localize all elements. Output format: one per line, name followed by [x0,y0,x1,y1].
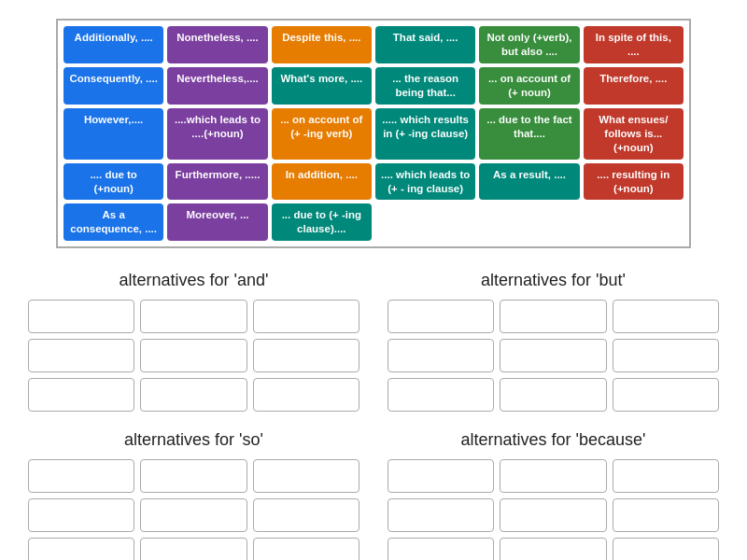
drop-cell[interactable] [140,459,247,493]
word-chip[interactable]: ... the reason being that... [375,67,475,105]
drop-cell[interactable] [388,300,494,333]
word-chip[interactable]: Additionally, .... [63,26,163,63]
drop-cell[interactable] [613,459,719,493]
section: alternatives for 'because' [388,430,719,560]
drop-cell[interactable] [500,339,606,372]
drop-cell[interactable] [500,498,606,532]
drop-cell[interactable] [500,538,606,560]
word-chip[interactable]: Despite this, .... [272,26,372,63]
drop-cell[interactable] [388,459,494,493]
drop-cell[interactable] [613,538,719,560]
drop-cell[interactable] [388,378,494,412]
drop-grid [388,459,719,560]
drop-cell[interactable] [28,300,134,333]
drop-cell[interactable] [388,538,494,560]
drop-cell[interactable] [388,498,494,532]
drop-cell[interactable] [500,300,606,333]
section-title: alternatives for 'so' [28,430,359,450]
section-title: alternatives for 'because' [388,430,719,450]
word-chip[interactable]: What ensues/ follows is... (+noun) [584,108,684,160]
drop-cell[interactable] [388,339,494,372]
word-chip[interactable]: ....which leads to ....(+noun) [167,108,267,160]
word-chip[interactable]: However,.... [63,108,163,160]
word-chip[interactable]: Nonetheless, .... [167,26,267,63]
drop-grid [28,300,359,412]
word-chip[interactable]: Nevertheless,.... [167,67,267,105]
word-chip[interactable]: Moreover, ... [167,203,267,241]
drop-cell[interactable] [140,538,247,560]
word-chip[interactable]: ... on account of (+ noun) [479,67,579,105]
word-chip[interactable]: In addition, .... [272,163,372,201]
word-chip[interactable]: What's more, .... [272,67,372,105]
word-chip[interactable]: ... on account of (+ -ing verb) [272,108,372,160]
drop-cell[interactable] [613,339,719,372]
section: alternatives for 'so' [28,430,359,560]
drop-cell[interactable] [28,339,134,372]
section-title: alternatives for 'but' [388,271,719,290]
drop-cell[interactable] [613,498,719,532]
word-chip[interactable]: As a consequence, .... [63,203,163,241]
word-chip[interactable]: Consequently, .... [63,67,163,105]
section-title: alternatives for 'and' [28,271,359,290]
drop-cell[interactable] [500,459,606,493]
drop-cell[interactable] [253,498,359,532]
sections-container: alternatives for 'and'alternatives for '… [28,271,719,560]
drop-cell[interactable] [140,300,247,333]
word-chip[interactable]: ... due to the fact that.... [479,108,579,160]
section: alternatives for 'but' [388,271,719,412]
word-bank: Additionally, ....Nonetheless, ....Despi… [56,19,691,248]
word-chip[interactable]: .... which leads to (+ - ing clause) [375,163,475,201]
drop-cell[interactable] [28,378,134,412]
drop-cell[interactable] [140,498,247,532]
drop-cell[interactable] [253,300,359,333]
drop-cell[interactable] [253,538,359,560]
section: alternatives for 'and' [28,271,359,412]
drop-cell[interactable] [28,498,134,532]
drop-grid [28,459,359,560]
word-chip[interactable]: .... due to (+noun) [63,163,163,201]
drop-cell[interactable] [500,378,606,412]
drop-cell[interactable] [140,339,247,372]
word-chip[interactable]: .... resulting in (+noun) [584,163,684,201]
word-chip[interactable]: ..... which results in (+ -ing clause) [375,108,475,160]
drop-cell[interactable] [253,459,359,493]
word-chip[interactable]: Therefore, .... [584,67,684,105]
word-chip[interactable]: Furthermore, ..... [167,163,267,201]
drop-cell[interactable] [613,378,719,412]
word-chip[interactable]: As a result, .... [479,163,579,201]
drop-grid [388,300,719,412]
drop-cell[interactable] [253,378,359,412]
drop-cell[interactable] [253,339,359,372]
drop-cell[interactable] [28,538,134,560]
drop-cell[interactable] [140,378,247,412]
word-chip[interactable]: ... due to (+ -ing clause).... [272,203,372,241]
drop-cell[interactable] [613,300,719,333]
word-chip[interactable]: In spite of this, .... [584,26,684,63]
word-chip[interactable]: Not only (+verb), but also .... [479,26,579,63]
drop-cell[interactable] [28,459,134,493]
word-chip[interactable]: That said, .... [375,26,475,63]
